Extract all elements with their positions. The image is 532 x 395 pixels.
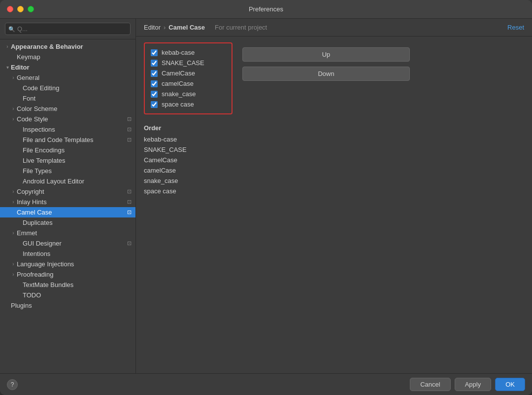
- chevron-emmet: [10, 230, 17, 236]
- apply-button[interactable]: Apply: [455, 378, 492, 391]
- order-item-5: space case: [144, 186, 233, 196]
- order-list: kebab-caseSNAKE_CASECamelCasecamelCasesn…: [144, 135, 233, 196]
- footer-left: ?: [7, 379, 18, 390]
- sidebar-item-emmet[interactable]: Emmet: [0, 228, 135, 238]
- search-box: 🔍: [0, 19, 135, 39]
- sidebar-item-label-emmet: Emmet: [17, 229, 132, 237]
- chevron-general: [10, 75, 17, 80]
- sidebar-item-proofreading[interactable]: Proofreading: [0, 269, 135, 280]
- footer: ? Cancel Apply OK: [0, 373, 532, 395]
- main-content: 🔍 Appearance & BehaviorKeymapEditorGener…: [0, 19, 532, 373]
- sidebar-item-label-code-style: Code Style: [17, 115, 127, 123]
- sidebar-item-live-templates[interactable]: Live Templates: [0, 155, 135, 166]
- sidebar-item-intentions[interactable]: Intentions: [0, 249, 135, 259]
- sidebar-item-icon-inspections: ⊡: [127, 126, 132, 133]
- sidebar-item-label-color-scheme: Color Scheme: [17, 105, 132, 112]
- sidebar-item-file-encodings[interactable]: File Encodings: [0, 145, 135, 155]
- down-button[interactable]: Down: [242, 67, 410, 81]
- sidebar-item-general[interactable]: General: [0, 72, 135, 83]
- chevron-inlay-hints: [10, 199, 17, 205]
- main-header: Editor › Camel Case For current project …: [136, 19, 532, 36]
- sidebar-item-icon-camel-case: ⊡: [127, 209, 132, 215]
- sidebar-item-label-code-editing: Code Editing: [23, 84, 132, 92]
- sidebar-tree: Appearance & BehaviorKeymapEditorGeneral…: [0, 39, 135, 373]
- sidebar-item-code-style[interactable]: Code Style⊡: [0, 114, 135, 124]
- sidebar-item-code-editing[interactable]: Code Editing: [0, 83, 135, 93]
- main-area: Editor › Camel Case For current project …: [136, 19, 532, 373]
- reset-button[interactable]: Reset: [507, 24, 524, 31]
- sidebar-item-label-live-templates: Live Templates: [23, 157, 132, 164]
- right-panel: Up Down: [242, 42, 410, 367]
- sidebar-item-label-duplicates: Duplicates: [23, 219, 132, 226]
- order-item-1: SNAKE_CASE: [144, 145, 233, 154]
- sidebar-item-label-general: General: [17, 74, 132, 81]
- checkbox-snake-case[interactable]: [151, 91, 158, 98]
- sidebar-item-label-camel-case: Camel Case: [17, 209, 127, 216]
- chevron-copyright: [10, 189, 17, 194]
- checkbox-item-camel-case-lower: camelCase: [151, 78, 226, 89]
- sidebar-item-file-types[interactable]: File Types: [0, 166, 135, 176]
- sidebar-item-plugins[interactable]: Plugins: [0, 300, 135, 311]
- traffic-lights: [7, 6, 34, 12]
- search-wrapper: 🔍: [5, 23, 131, 35]
- breadcrumb-separator: ›: [164, 24, 166, 31]
- left-panel: kebab-caseSNAKE_CASECamelCasecamelCasesn…: [144, 42, 233, 367]
- sidebar: 🔍 Appearance & BehaviorKeymapEditorGener…: [0, 19, 136, 373]
- sidebar-item-icon-copyright: ⊡: [127, 188, 132, 195]
- sidebar-item-language-injections[interactable]: Language Injections: [0, 259, 135, 269]
- checkbox-space-case[interactable]: [151, 101, 158, 108]
- sidebar-item-todo[interactable]: TODO: [0, 290, 135, 300]
- sidebar-item-gui-designer[interactable]: GUI Designer⊡: [0, 238, 135, 249]
- sidebar-item-color-scheme[interactable]: Color Scheme: [0, 104, 135, 114]
- checkbox-label-snake-case: snake_case: [162, 90, 196, 98]
- sidebar-item-textmate-bundles[interactable]: TextMate Bundles: [0, 280, 135, 290]
- close-button[interactable]: [7, 6, 13, 12]
- order-item-2: CamelCase: [144, 155, 233, 165]
- breadcrumb: Editor › Camel Case: [144, 24, 205, 31]
- cancel-button[interactable]: Cancel: [410, 378, 450, 391]
- chevron-editor: [4, 65, 11, 70]
- sidebar-item-label-file-types: File Types: [23, 167, 132, 175]
- ok-button[interactable]: OK: [495, 378, 525, 391]
- maximize-button[interactable]: [28, 6, 34, 12]
- sidebar-item-editor[interactable]: Editor: [0, 62, 135, 72]
- sidebar-item-camel-case[interactable]: Camel Case⊡: [0, 207, 135, 217]
- checkbox-kebab-case[interactable]: [151, 49, 158, 56]
- checkbox-item-space-case: space case: [151, 99, 226, 109]
- sidebar-item-copyright[interactable]: Copyright⊡: [0, 186, 135, 197]
- sidebar-item-label-plugins: Plugins: [11, 302, 132, 309]
- chevron-color-scheme: [10, 106, 17, 111]
- help-button[interactable]: ?: [7, 379, 18, 390]
- checkbox-item-camel-case-upper: CamelCase: [151, 68, 226, 78]
- sidebar-item-file-code-templates[interactable]: File and Code Templates⊡: [0, 135, 135, 145]
- sidebar-item-appearance-behavior[interactable]: Appearance & Behavior: [0, 41, 135, 52]
- breadcrumb-parent: Editor: [144, 24, 161, 31]
- order-label: Order: [144, 124, 233, 132]
- chevron-code-style: [10, 116, 17, 122]
- chevron-appearance-behavior: [4, 44, 11, 49]
- sidebar-item-label-font: Font: [23, 95, 132, 102]
- search-input[interactable]: [5, 23, 131, 35]
- sidebar-item-inlay-hints[interactable]: Inlay Hints⊡: [0, 197, 135, 207]
- checkbox-snake-case-upper[interactable]: [151, 60, 158, 67]
- sidebar-item-inspections[interactable]: Inspections⊡: [0, 124, 135, 135]
- sidebar-item-font[interactable]: Font: [0, 93, 135, 104]
- preferences-window: Preferences 🔍 Appearance & BehaviorKeyma…: [0, 0, 532, 395]
- search-icon: 🔍: [8, 26, 15, 32]
- checkbox-label-space-case: space case: [162, 101, 194, 108]
- checkboxes-box: kebab-caseSNAKE_CASECamelCasecamelCasesn…: [144, 42, 233, 114]
- checkbox-label-snake-case-upper: SNAKE_CASE: [162, 59, 204, 67]
- chevron-proofreading: [10, 272, 17, 277]
- sidebar-item-label-textmate-bundles: TextMate Bundles: [23, 281, 132, 288]
- for-current-project-label: For current project: [215, 24, 267, 31]
- sidebar-item-duplicates[interactable]: Duplicates: [0, 217, 135, 228]
- checkbox-camel-case-lower[interactable]: [151, 80, 158, 87]
- sidebar-item-keymap[interactable]: Keymap: [0, 52, 135, 62]
- window-title: Preferences: [249, 5, 283, 13]
- order-item-0: kebab-case: [144, 135, 233, 144]
- up-button[interactable]: Up: [242, 47, 410, 62]
- minimize-button[interactable]: [17, 6, 24, 12]
- sidebar-item-android-layout-editor[interactable]: Android Layout Editor: [0, 176, 135, 186]
- sidebar-item-label-keymap: Keymap: [17, 53, 132, 61]
- checkbox-camel-case-upper[interactable]: [151, 70, 158, 77]
